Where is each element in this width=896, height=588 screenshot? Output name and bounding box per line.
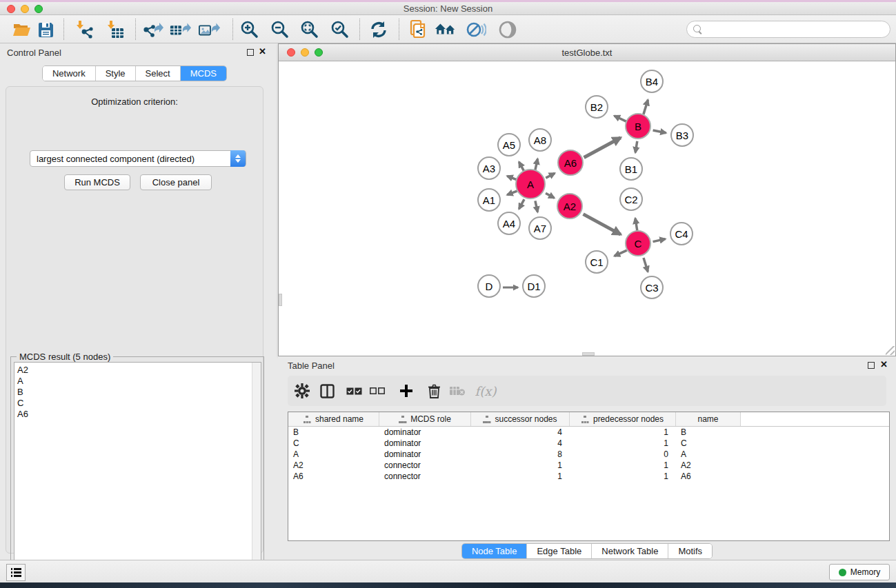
table-cell[interactable]: 4 — [471, 438, 570, 449]
table-cell[interactable]: 1 — [471, 471, 570, 482]
graph-node-D1[interactable]: D1 — [522, 274, 546, 298]
table-cell[interactable]: connector — [379, 471, 471, 482]
optimization-criterion-select[interactable]: largest connected component (directed) — [30, 150, 246, 167]
save-session-button[interactable] — [34, 19, 57, 41]
table-row[interactable]: Adominator80A — [288, 449, 889, 460]
table-cell[interactable]: 8 — [471, 449, 570, 460]
column-header-MCDS-role[interactable]: MCDS role — [379, 412, 471, 426]
export-table-button[interactable] — [170, 19, 192, 41]
graph-node-B3[interactable]: B3 — [670, 123, 694, 147]
deselect-all-rows-button[interactable] — [368, 381, 387, 401]
create-column-button[interactable] — [397, 381, 416, 401]
table-settings-button[interactable] — [292, 381, 312, 401]
graph-node-A1[interactable]: A1 — [477, 188, 501, 212]
table-cell[interactable]: A2 — [676, 460, 741, 471]
tab-edge-table[interactable]: Edge Table — [527, 544, 592, 558]
graph-edge-A-A6[interactable] — [546, 173, 555, 178]
copy-network-button[interactable] — [408, 19, 430, 41]
tab-mcds[interactable]: MCDS — [181, 66, 226, 81]
graph-node-C[interactable]: C — [625, 230, 651, 256]
graph-node-D[interactable]: D — [477, 274, 501, 298]
float-panel-icon[interactable] — [247, 49, 254, 56]
mcds-result-list[interactable]: A2ABCA6 — [14, 362, 261, 588]
tab-select[interactable]: Select — [136, 66, 181, 81]
graph-edge-C-C3[interactable] — [644, 258, 648, 272]
run-mcds-button[interactable]: Run MCDS — [64, 174, 130, 190]
column-header-successor-nodes[interactable]: successor nodes — [471, 412, 570, 426]
graph-node-B1[interactable]: B1 — [619, 157, 643, 181]
home-layout-button[interactable] — [435, 19, 457, 41]
close-table-panel-icon[interactable]: ✕ — [880, 359, 888, 369]
column-header-name[interactable]: name — [676, 412, 741, 426]
table-cell[interactable]: connector — [379, 460, 471, 471]
graph-node-C3[interactable]: C3 — [640, 276, 664, 299]
zoom-in-button[interactable] — [239, 19, 261, 41]
mcds-result-item[interactable]: A — [17, 376, 261, 387]
table-cell[interactable]: 1 — [570, 438, 676, 449]
tab-style[interactable]: Style — [96, 66, 136, 81]
graph-edge-A2-C[interactable] — [584, 214, 621, 235]
graph-node-A3[interactable]: A3 — [477, 156, 501, 180]
show-details-button[interactable] — [497, 19, 519, 41]
task-history-button[interactable] — [6, 564, 26, 581]
export-network-button[interactable] — [141, 19, 163, 41]
table-cell[interactable]: C — [676, 438, 741, 449]
table-row[interactable]: Cdominator41C — [288, 438, 889, 449]
graph-edge-B-B3[interactable] — [653, 130, 666, 133]
graph-edge-B-B4[interactable] — [644, 100, 648, 114]
resize-grip-icon[interactable] — [886, 346, 895, 355]
table-cell[interactable]: A — [288, 449, 379, 460]
graph-edge-C-C2[interactable] — [635, 219, 637, 232]
close-panel-icon[interactable]: ✕ — [259, 46, 266, 57]
refresh-button[interactable] — [368, 19, 390, 41]
table-cell[interactable]: 4 — [471, 427, 570, 438]
column-visibility-button[interactable] — [317, 381, 337, 401]
table-cell[interactable]: C — [288, 438, 379, 449]
table-row[interactable]: Bdominator41B — [288, 427, 889, 438]
network-window-titlebar[interactable]: testGlobe.txt — [279, 44, 895, 61]
import-table-button[interactable] — [104, 19, 126, 41]
graph-node-C4[interactable]: C4 — [670, 222, 693, 245]
graph-node-A8[interactable]: A8 — [528, 128, 552, 152]
column-header-shared-name[interactable]: shared name — [288, 412, 379, 426]
mcds-result-item[interactable]: C — [17, 398, 261, 409]
tab-network[interactable]: Network — [43, 66, 96, 81]
table-cell[interactable]: B — [288, 427, 379, 438]
memory-button[interactable]: Memory — [829, 564, 890, 580]
delete-column-button[interactable] — [424, 381, 444, 401]
table-cell[interactable]: dominator — [379, 427, 471, 438]
mcds-result-item[interactable]: A2 — [17, 365, 261, 376]
select-all-rows-button[interactable] — [344, 381, 364, 401]
graph-edge-B-B1[interactable] — [635, 141, 637, 153]
graph-node-A2[interactable]: A2 — [557, 193, 583, 219]
mcds-result-item[interactable]: B — [17, 387, 261, 398]
float-table-panel-icon[interactable] — [868, 362, 875, 369]
scrollbar-track[interactable] — [252, 363, 261, 588]
graph-node-B4[interactable]: B4 — [640, 70, 664, 93]
graph-node-A4[interactable]: A4 — [497, 212, 521, 235]
apply-function-button[interactable]: f(x) — [472, 381, 499, 401]
graph-edge-A-A4[interactable] — [519, 199, 524, 209]
graph-edge-A-A8[interactable] — [535, 159, 538, 170]
table-cell[interactable]: 1 — [570, 460, 676, 471]
delete-table-button[interactable] — [448, 381, 467, 401]
tab-network-table[interactable]: Network Table — [592, 544, 668, 558]
open-file-button[interactable] — [10, 19, 32, 41]
close-panel-button[interactable]: Close panel — [140, 174, 212, 190]
table-cell[interactable]: dominator — [379, 438, 471, 449]
table-cell[interactable]: 1 — [570, 471, 676, 482]
graph-node-B[interactable]: B — [625, 113, 651, 139]
zoom-out-button[interactable] — [269, 19, 291, 41]
hide-details-button[interactable] — [465, 19, 487, 41]
graph-node-A7[interactable]: A7 — [528, 216, 552, 240]
table-cell[interactable]: 1 — [570, 427, 676, 438]
table-cell[interactable]: A2 — [288, 460, 379, 471]
table-row[interactable]: A2connector11A2 — [288, 460, 889, 471]
graph-node-A6[interactable]: A6 — [557, 150, 584, 176]
column-header-predecessor-nodes[interactable]: predecessor nodes — [570, 412, 676, 426]
graph-edge-A-A2[interactable] — [546, 193, 555, 198]
table-row[interactable]: A6connector11A6 — [288, 471, 889, 482]
graph-edge-C-C1[interactable] — [615, 250, 627, 256]
network-canvas[interactable]: B4B2BB3A8A5A6A3B1AA1C2A2A4A7C4CC1DD1C3 — [279, 61, 895, 356]
graph-node-A5[interactable]: A5 — [497, 133, 521, 156]
